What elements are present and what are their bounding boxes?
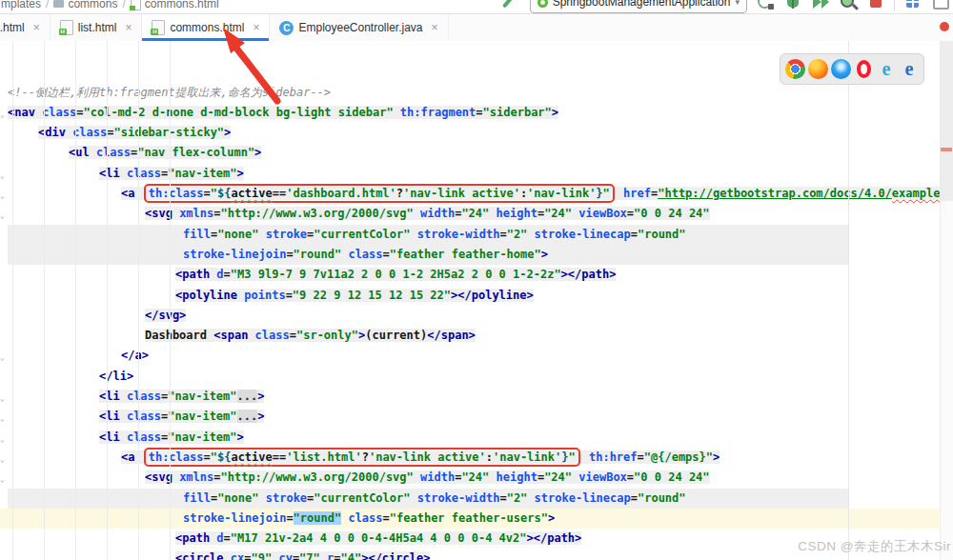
fold-chevron-icon[interactable]: ⌄	[0, 166, 5, 186]
code-token: =	[499, 491, 506, 505]
code-text: Dashboard <span class="sr-only">(current…	[145, 329, 476, 342]
code-token: active	[231, 450, 272, 464]
code-token: <li	[99, 167, 120, 180]
close-icon[interactable]: ×	[125, 21, 132, 34]
code-line[interactable]: fill="none" stroke="currentColor" stroke…	[0, 225, 953, 245]
code-line[interactable]: ⌄<li class="nav-item"...>	[0, 387, 953, 407]
code-text: <li class="nav-item"...>	[99, 390, 264, 403]
code-line[interactable]: ⌄</a>	[0, 346, 953, 366]
fold-chevron-icon[interactable]: ⌄	[0, 450, 5, 470]
code-token: ></circle>	[361, 551, 430, 560]
fold-chevron-icon[interactable]: ⌄	[0, 348, 5, 368]
code-line[interactable]: ⌄<a th:class="${active=='dashboard.html'…	[0, 184, 953, 204]
code-token: "col-md-2 d-none d-md-block bg-light sid…	[84, 106, 394, 119]
grid-icon[interactable]	[903, 0, 923, 11]
code-line[interactable]: ⌄<svg xmlns="http://www.w3.org/2000/svg"…	[0, 468, 953, 488]
code-token: <polyline	[175, 289, 237, 302]
code-token	[489, 470, 496, 484]
code-token: =	[213, 207, 220, 220]
code-token: =	[627, 207, 634, 220]
code-line[interactable]: </svg>	[0, 306, 953, 326]
code-line[interactable]: <div class="sidebar-sticky">	[0, 123, 953, 143]
run-config-select[interactable]: SpringbootManagementApplication ▾	[530, 0, 747, 13]
fold-chevron-icon[interactable]: ⌄	[0, 389, 5, 409]
code-token: </svg>	[145, 309, 186, 322]
breadcrumb-item[interactable]: commons.html	[131, 0, 219, 10]
tab-dashboard-html[interactable]: dashboard.html×	[0, 14, 51, 41]
code-token: "9"	[252, 551, 273, 560]
fold-chevron-icon[interactable]: ⌄	[0, 430, 5, 450]
opera-browser-icon[interactable]	[857, 60, 871, 78]
build-icon[interactable]	[502, 0, 521, 11]
window-icon[interactable]	[931, 0, 950, 11]
fold-chevron-icon[interactable]: ⌄	[0, 409, 5, 429]
code-text: <a th:class="${active=='list.html'?'nav-…	[121, 450, 720, 464]
code-token: </span>	[427, 329, 476, 342]
code-token: =	[638, 450, 644, 464]
code-line[interactable]: stroke-linejoin="round" class="feather f…	[0, 509, 953, 529]
stop-icon[interactable]	[866, 0, 885, 11]
code-text: <a th:class="${active=='dashboard.html'?…	[121, 187, 953, 200]
error-indicator[interactable]	[940, 22, 949, 31]
fold-chevron-icon[interactable]: ⌄	[0, 206, 5, 226]
code-token: d	[216, 268, 223, 281]
fold-chevron-icon[interactable]: ⌄	[0, 105, 5, 125]
edge-browser-icon[interactable]: e	[900, 59, 920, 79]
ie-browser-icon[interactable]: e	[877, 59, 897, 79]
debug-icon[interactable]	[783, 0, 802, 11]
code-token: class	[42, 106, 76, 119]
code-line[interactable]: ⌄<li class="nav-item">	[0, 164, 953, 184]
code-token	[617, 187, 623, 200]
code-line[interactable]: ⌄<nav class="col-md-2 d-none d-md-block …	[0, 103, 953, 123]
code-token: ...	[237, 410, 258, 423]
code-line[interactable]: ⌄<a th:class="${active=='list.html'?'nav…	[0, 448, 953, 468]
code-line[interactable]: ⌄<li class="nav-item"...>	[0, 407, 953, 427]
code-line[interactable]: fill="none" stroke="currentColor" stroke…	[0, 489, 953, 509]
code-token: 'nav-link'	[527, 187, 596, 200]
breadcrumb[interactable]: mplates/commons/commons.html	[0, 0, 219, 10]
code-token: width	[420, 470, 455, 484]
code-token: "http://getbootstrap.com/docs/4.0/	[658, 187, 892, 200]
code-token: >	[237, 167, 244, 180]
fold-chevron-icon[interactable]: ⌄	[0, 470, 5, 490]
code-editor[interactable]: <!--侧边栏,利用th:fragment提取出来,命名为sidebar-->⌄…	[0, 41, 953, 560]
breadcrumb-item[interactable]: mplates	[1, 0, 41, 10]
chrome-browser-icon[interactable]	[785, 59, 805, 79]
safari-browser-icon[interactable]	[831, 59, 851, 79]
fold-chevron-icon[interactable]: ⌄	[0, 186, 5, 206]
error-stripe-mark[interactable]	[941, 148, 952, 151]
code-line[interactable]: <ul class="nav flex-column">	[0, 143, 953, 163]
tab-list-html[interactable]: list.html×	[51, 14, 143, 41]
code-line[interactable]: stroke-linejoin="round" class="feather f…	[0, 245, 953, 265]
code-token: "none"	[217, 491, 258, 505]
code-text: <nav class="col-md-2 d-none d-md-block b…	[8, 106, 558, 119]
code-line[interactable]: Dashboard <span class="sr-only">(current…	[0, 326, 953, 346]
code-text: fill="none" stroke="currentColor" stroke…	[183, 228, 686, 241]
code-token	[120, 410, 127, 423]
code-token: "2"	[507, 491, 528, 505]
run-config-label: SpringbootManagementApplication	[553, 0, 731, 9]
breadcrumb-item[interactable]: commons	[53, 0, 117, 10]
code-token: "round"	[638, 228, 686, 241]
rerun-icon[interactable]	[756, 0, 775, 11]
code-line[interactable]: <!--侧边栏,利用th:fragment提取出来,命名为sidebar-->	[0, 83, 953, 103]
code-line[interactable]: <path d="M3 9l9-7 9 7v11a2 2 0 0 1-2 2H5…	[0, 265, 953, 285]
close-icon[interactable]: ×	[33, 21, 40, 34]
close-icon[interactable]: ×	[432, 21, 438, 34]
code-text: </a>	[121, 349, 149, 362]
code-line[interactable]: ⌄<svg xmlns="http://www.w3.org/2000/svg"…	[0, 204, 953, 224]
tab-commons-html[interactable]: commons.html×	[142, 14, 270, 41]
code-text: <li class="nav-item">	[99, 430, 244, 444]
profiler-icon[interactable]	[839, 0, 858, 11]
code-line[interactable]: </li>	[0, 367, 953, 387]
run-with-coverage-icon[interactable]	[811, 0, 830, 11]
code-line[interactable]: ⌄<li class="nav-item">	[0, 428, 953, 448]
close-icon[interactable]: ×	[253, 21, 259, 34]
code-token: stroke-linecap	[535, 491, 631, 505]
code-token: >	[257, 410, 264, 423]
code-text: <li class="nav-item"...>	[99, 410, 264, 423]
code-line[interactable]: <polyline points="9 22 9 12 15 12 15 22"…	[0, 286, 953, 306]
tab-employeecontroller-java[interactable]: CEmployeeController.java×	[270, 14, 448, 41]
firefox-browser-icon[interactable]	[808, 59, 828, 79]
scrollbar-thumb[interactable]	[941, 41, 953, 201]
